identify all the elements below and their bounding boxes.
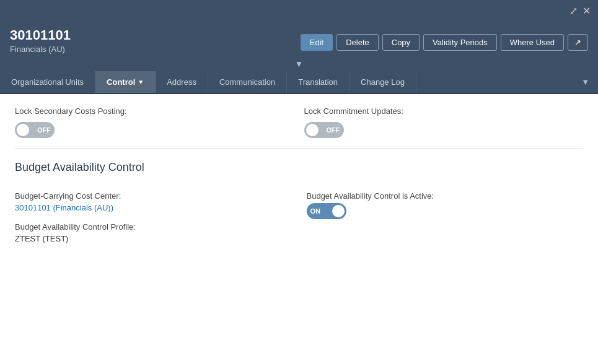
lock-commitment-knob	[306, 124, 319, 136]
header-chevron-icon[interactable]: ▼	[295, 59, 304, 69]
tab-change-log[interactable]: Change Log	[350, 71, 416, 93]
header: 30101101 Financials (AU) Edit Delete Cop…	[0, 22, 598, 71]
where-used-button[interactable]: Where Used	[501, 34, 564, 51]
title-bar: ⤢ ✕	[0, 0, 598, 22]
lock-secondary-label: Lock Secondary Costs Posting:	[15, 106, 294, 116]
maximize-icon[interactable]: ⤢	[569, 6, 578, 16]
tab-address[interactable]: Address	[156, 71, 208, 93]
cost-center-group: Budget-Carrying Cost Center: 30101101 (F…	[15, 191, 292, 212]
delete-button[interactable]: Delete	[336, 34, 379, 51]
toolbar-buttons: Edit Delete Copy Validity Periods Where …	[301, 34, 588, 51]
control-active-state: ON	[310, 207, 321, 215]
edit-button[interactable]: Edit	[301, 34, 333, 51]
lock-commitment-state: OFF	[327, 126, 340, 134]
main-window: ⤢ ✕ 30101101 Financials (AU) Edit Delete…	[0, 0, 598, 364]
profile-value: ZTEST (TEST)	[15, 234, 292, 243]
control-active-knob	[332, 205, 345, 217]
tab-communication[interactable]: Communication	[208, 71, 287, 93]
title-bar-icons: ⤢ ✕	[569, 6, 591, 16]
tab-control-chevron: ▼	[138, 79, 144, 85]
cost-center-label: Budget-Carrying Cost Center:	[15, 191, 292, 201]
profile-label: Budget Availability Control Profile:	[15, 222, 292, 232]
control-active-group: Budget Availability Control is Active: O…	[307, 191, 584, 221]
validity-periods-button[interactable]: Validity Periods	[423, 34, 497, 51]
lock-secondary-state: OFF	[37, 126, 51, 134]
export-icon[interactable]: ↗	[568, 34, 588, 51]
budget-left-col: Budget-Carrying Cost Center: 30101101 (F…	[15, 191, 292, 253]
tab-bar: Organizational Units Control ▼ Address C…	[0, 71, 598, 94]
lock-commitment-label: Lock Commitment Updates:	[304, 106, 584, 116]
lock-secondary-toggle[interactable]: OFF	[15, 122, 55, 138]
main-content: Lock Secondary Costs Posting: OFF Lock C…	[0, 94, 598, 364]
lock-commitment-toggle[interactable]: OFF	[304, 122, 344, 138]
tab-more-icon[interactable]: ▼	[573, 71, 598, 93]
budget-fields: Budget-Carrying Cost Center: 30101101 (F…	[15, 191, 583, 253]
tab-org-units[interactable]: Organizational Units	[0, 71, 95, 93]
control-active-label: Budget Availability Control is Active:	[307, 191, 584, 201]
tab-translation[interactable]: Translation	[287, 71, 350, 93]
budget-section: Budget Availability Control Budget-Carry…	[15, 161, 583, 253]
lock-commitment-container: Lock Commitment Updates: OFF	[304, 106, 584, 138]
record-subtitle: Financials (AU)	[10, 45, 71, 54]
budget-section-title: Budget Availability Control	[15, 161, 583, 179]
cost-center-value[interactable]: 30101101 (Financials (AU))	[15, 203, 113, 212]
tab-control[interactable]: Control ▼	[95, 71, 156, 93]
control-active-toggle[interactable]: ON	[307, 203, 346, 219]
budget-right-col: Budget Availability Control is Active: O…	[307, 191, 584, 253]
profile-group: Budget Availability Control Profile: ZTE…	[15, 222, 292, 243]
copy-button[interactable]: Copy	[382, 34, 420, 51]
lock-secondary-container: Lock Secondary Costs Posting: OFF	[15, 106, 294, 138]
divider	[15, 148, 583, 149]
close-icon[interactable]: ✕	[583, 6, 591, 16]
record-title: 30101101	[10, 27, 71, 43]
lock-secondary-knob	[17, 124, 29, 136]
lock-section: Lock Secondary Costs Posting: OFF Lock C…	[15, 106, 583, 138]
